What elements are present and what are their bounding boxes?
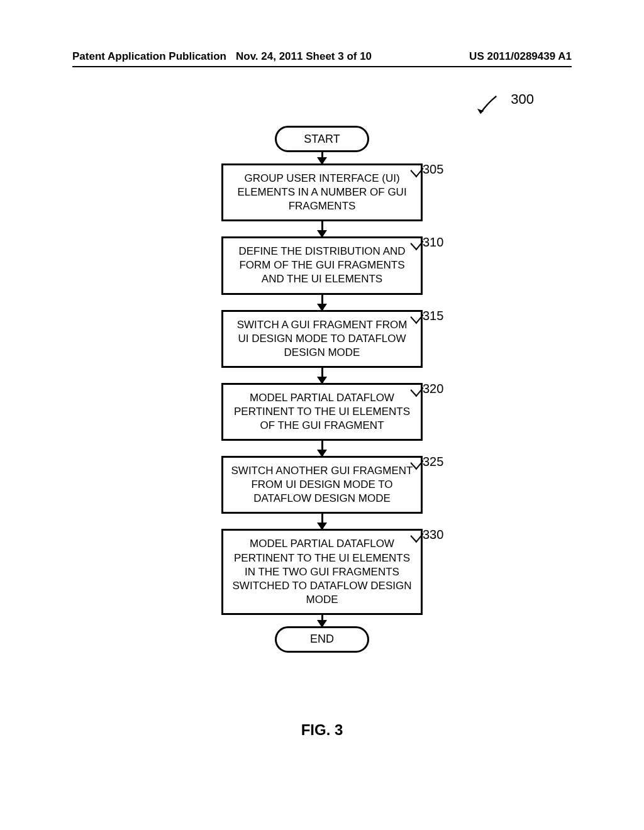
arrow-down-icon bbox=[321, 152, 323, 163]
step-text: MODEL PARTIAL DATAFLOW PERTINENT TO THE … bbox=[234, 392, 410, 431]
step-reference: 305 bbox=[423, 162, 443, 177]
end-label: END bbox=[310, 633, 334, 646]
reference-tick-icon bbox=[410, 162, 423, 177]
flowchart-container: START GROUP USER INTERFACE (UI) ELEMENTS… bbox=[133, 91, 511, 653]
step-320: MODEL PARTIAL DATAFLOW PERTINENT TO THE … bbox=[221, 383, 423, 441]
step-310: DEFINE THE DISTRIBUTION AND FORM OF THE … bbox=[221, 236, 423, 294]
step-reference: 315 bbox=[423, 309, 443, 323]
step-reference: 330 bbox=[423, 528, 443, 542]
header-center-text: Nov. 24, 2011 Sheet 3 of 10 bbox=[236, 50, 372, 63]
step-text: SWITCH ANOTHER GUI FRAGMENT FROM UI DESI… bbox=[231, 465, 413, 504]
step-315: SWITCH A GUI FRAGMENT FROM UI DESIGN MOD… bbox=[221, 310, 423, 368]
arrow-down-icon bbox=[321, 368, 323, 383]
start-label: START bbox=[304, 133, 340, 146]
step-reference: 325 bbox=[423, 455, 443, 469]
step-reference: 310 bbox=[423, 235, 443, 250]
arrow-down-icon bbox=[321, 221, 323, 236]
header-divider bbox=[72, 66, 572, 67]
step-325: SWITCH ANOTHER GUI FRAGMENT FROM UI DESI… bbox=[221, 456, 423, 514]
start-terminal: START bbox=[275, 126, 369, 152]
arrow-down-icon bbox=[321, 295, 323, 310]
reference-tick-icon bbox=[410, 235, 423, 250]
header-left-text: Patent Application Publication bbox=[72, 50, 226, 63]
diagram-reference-number: 300 bbox=[511, 91, 534, 108]
end-terminal: END bbox=[275, 626, 369, 653]
step-text: GROUP USER INTERFACE (UI) ELEMENTS IN A … bbox=[237, 172, 406, 212]
step-reference: 320 bbox=[423, 382, 443, 396]
arrow-down-icon bbox=[321, 441, 323, 456]
step-330: MODEL PARTIAL DATAFLOW PERTINENT TO THE … bbox=[221, 529, 423, 614]
reference-tick-icon bbox=[410, 382, 423, 397]
step-text: MODEL PARTIAL DATAFLOW PERTINENT TO THE … bbox=[231, 537, 413, 606]
step-text: DEFINE THE DISTRIBUTION AND FORM OF THE … bbox=[238, 245, 405, 285]
step-text: SWITCH A GUI FRAGMENT FROM UI DESIGN MOD… bbox=[237, 319, 408, 358]
arrow-down-icon bbox=[321, 615, 323, 626]
figure-label: FIG. 3 bbox=[301, 721, 343, 739]
header-right-text: US 2011/0289439 A1 bbox=[469, 50, 572, 63]
arrow-down-icon bbox=[321, 514, 323, 529]
step-305: GROUP USER INTERFACE (UI) ELEMENTS IN A … bbox=[221, 163, 423, 221]
reference-tick-icon bbox=[410, 308, 423, 323]
